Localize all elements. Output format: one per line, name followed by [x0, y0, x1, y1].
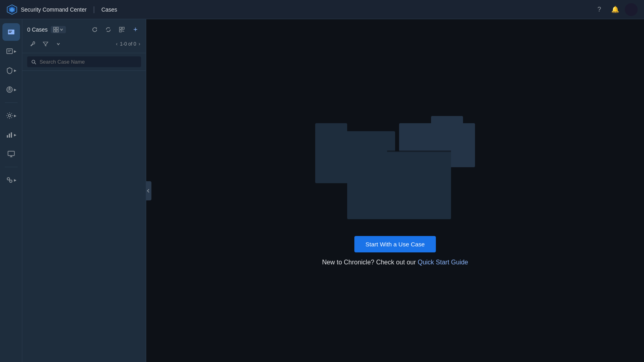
main-layout: ▶ ▶ ▶ [0, 19, 644, 362]
settings-arrow: ▶ [14, 114, 16, 118]
empty-state-actions: Start With a Use Case New to Chronicle? … [322, 236, 468, 266]
sidebar-item-settings[interactable]: ▶ [2, 107, 20, 124]
svg-rect-16 [11, 132, 12, 138]
sync-button[interactable] [103, 24, 114, 35]
collapse-panel-handle[interactable] [146, 181, 151, 200]
cases-count: 0 Cases [27, 26, 48, 33]
sidebar: ▶ ▶ ▶ [0, 19, 22, 362]
sidebar-item-reports[interactable]: ▶ [2, 126, 20, 144]
svg-point-32 [32, 60, 35, 63]
svg-rect-40 [387, 150, 451, 152]
wrench-icon [30, 41, 36, 47]
pagination-prev[interactable]: ‹ [115, 40, 118, 48]
app-title: Security Command Center [21, 6, 87, 13]
display-icon [8, 150, 15, 158]
grid-view-icon [53, 27, 59, 32]
svg-rect-31 [122, 31, 124, 32]
cases-panel: 0 Cases [22, 19, 146, 362]
alerts-icon [6, 48, 13, 55]
empty-state: Start With a Use Case New to Chronicle? … [307, 115, 483, 266]
filter-icon [43, 41, 48, 47]
top-nav: Security Command Center | Cases ? 🔔 [0, 0, 644, 19]
svg-rect-23 [54, 27, 56, 29]
settings-item-inner: ▶ [6, 112, 16, 119]
svg-rect-26 [56, 30, 58, 32]
nav-left: Security Command Center | Cases [6, 4, 117, 15]
chevron-down-icon [60, 28, 64, 32]
quick-start-link[interactable]: Quick Start Guide [417, 259, 468, 266]
svg-rect-14 [7, 135, 8, 138]
sidebar-divider-1 [5, 102, 18, 103]
security-item-inner: ▶ [6, 67, 16, 74]
svg-rect-37 [431, 116, 463, 125]
bell-icon: 🔔 [611, 6, 619, 13]
svg-rect-28 [122, 27, 124, 29]
filter-button[interactable] [40, 38, 51, 50]
user-avatar[interactable] [625, 3, 638, 16]
svg-rect-39 [347, 143, 387, 153]
tools-arrow: ▶ [14, 178, 16, 182]
help-button[interactable]: ? [593, 3, 606, 16]
tools-item-inner: ▶ [6, 176, 16, 184]
chart-icon [6, 131, 13, 138]
wrench-button[interactable] [27, 38, 38, 50]
svg-rect-27 [119, 27, 121, 29]
sync-icon [105, 27, 111, 32]
panel-header-second: ‹ 1-0 of 0 › [27, 38, 141, 50]
sidebar-item-security[interactable]: ▶ [2, 62, 20, 79]
layout-button[interactable] [116, 24, 127, 35]
start-use-case-button[interactable]: Start With a Use Case [354, 236, 436, 252]
svg-rect-15 [9, 134, 10, 138]
collapse-icon [147, 188, 150, 193]
svg-rect-24 [56, 27, 58, 29]
search-input[interactable] [40, 59, 137, 65]
alerts-item-inner: ▶ [6, 48, 16, 55]
notifications-button[interactable]: 🔔 [609, 3, 622, 16]
svg-rect-29 [119, 30, 121, 32]
svg-rect-38 [347, 151, 451, 219]
layout-icon [119, 27, 125, 32]
reports-arrow: ▶ [14, 133, 16, 137]
panel-header-left: 0 Cases [27, 26, 66, 33]
svg-rect-6 [7, 49, 12, 54]
pagination-next[interactable]: › [138, 40, 141, 48]
search-bar [22, 53, 146, 71]
add-case-button[interactable]: + [130, 24, 141, 35]
pagination-text: 1-0 of 0 [120, 41, 136, 47]
nav-right: ? 🔔 [593, 3, 638, 16]
refresh-button[interactable] [89, 24, 100, 35]
panel-header-top: 0 Cases [27, 24, 141, 35]
svg-rect-30 [122, 30, 123, 30]
main-content: Start With a Use Case New to Chronicle? … [146, 19, 644, 362]
radar-arrow: ▶ [14, 88, 16, 92]
alerts-arrow: ▶ [14, 50, 16, 53]
view-toggle[interactable] [51, 26, 66, 33]
quick-start-text: New to Chronicle? Check out our Quick St… [322, 259, 468, 266]
svg-rect-25 [54, 30, 56, 32]
sidebar-item-alerts[interactable]: ▶ [2, 42, 20, 60]
svg-rect-35 [315, 123, 347, 133]
refresh-icon [92, 27, 97, 32]
app-logo: Security Command Center [6, 4, 87, 15]
radar-item-inner: ▶ [6, 86, 16, 93]
tools-icon [6, 176, 13, 184]
sidebar-item-tools[interactable]: ▶ [2, 171, 20, 189]
radar-icon [6, 86, 13, 93]
search-icon [31, 59, 36, 65]
svg-rect-5 [9, 32, 11, 33]
filter-chevron-icon [56, 42, 60, 46]
sidebar-item-cases[interactable] [2, 23, 20, 41]
svg-line-33 [34, 62, 36, 64]
sidebar-item-display[interactable] [2, 145, 20, 163]
svg-line-22 [9, 180, 10, 180]
reports-item-inner: ▶ [6, 131, 16, 138]
filter-dropdown-button[interactable] [53, 38, 64, 50]
help-icon: ? [598, 6, 601, 13]
panel-header: 0 Cases [22, 19, 146, 53]
gear-icon [6, 112, 13, 119]
app-logo-icon [6, 4, 18, 15]
svg-rect-17 [8, 151, 14, 156]
cases-icon [7, 28, 15, 36]
sidebar-item-radar[interactable]: ▶ [2, 81, 20, 98]
panel-header-actions: + [89, 24, 141, 35]
